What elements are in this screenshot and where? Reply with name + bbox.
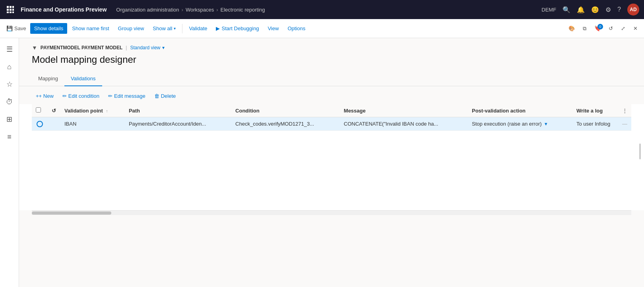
svg-rect-4: [10, 9, 12, 11]
save-button[interactable]: 💾 Save: [3, 23, 29, 34]
empty-area: [19, 131, 644, 210]
toolbar-separator: [182, 24, 182, 33]
validate-button[interactable]: Validate: [185, 23, 211, 34]
sidebar-item-list[interactable]: ≡: [2, 129, 17, 145]
radio-circle: [37, 121, 43, 127]
badge-icon[interactable]: 🔖 0: [591, 23, 604, 34]
search-icon[interactable]: 🔍: [563, 6, 570, 14]
sidebar-item-workspaces[interactable]: ⊞: [2, 111, 17, 127]
close-icon[interactable]: ✕: [630, 23, 641, 34]
breadcrumb: Organization administration › Workspaces…: [116, 7, 541, 13]
svg-rect-6: [7, 12, 9, 13]
plus-icon: +: [36, 93, 39, 99]
edit-msg-icon: ✏: [108, 93, 113, 99]
table-container: ↺ Validation point ↑ Path Condition: [19, 104, 644, 131]
env-label: DEMF: [541, 7, 556, 13]
delete-button[interactable]: 🗑 Delete: [150, 91, 180, 101]
palette-icon[interactable]: 🎨: [565, 23, 578, 34]
show-all-chevron: ▾: [174, 26, 176, 31]
delete-icon: 🗑: [154, 93, 159, 99]
vertical-resize-handle[interactable]: [639, 144, 641, 159]
scrollbar-thumb[interactable]: [32, 211, 111, 215]
cell-condition: Check_codes.verifyMOD1271_3...: [231, 117, 340, 131]
top-nav: Finance and Operations Preview Organizat…: [0, 0, 644, 19]
options-button[interactable]: Options: [283, 23, 309, 34]
th-validation-point[interactable]: Validation point ↑: [60, 104, 125, 117]
svg-rect-7: [10, 12, 12, 13]
svg-rect-2: [12, 6, 14, 8]
th-write-log[interactable]: Write a log ⋮: [572, 104, 631, 117]
top-nav-right: DEMF 🔍 🔔 😊 ⚙ ? AD: [541, 4, 639, 16]
th-post-validation[interactable]: Post-validation action: [468, 104, 572, 117]
show-details-button[interactable]: Show details: [30, 23, 68, 34]
view-select-arrow: ▾: [162, 45, 165, 50]
svg-rect-1: [10, 6, 12, 8]
cell-write-log: To user Infolog —: [572, 117, 631, 131]
show-name-first-button[interactable]: Show name first: [68, 23, 113, 34]
select-all-checkbox[interactable]: [36, 107, 41, 112]
row-more-icon[interactable]: —: [622, 121, 627, 127]
new-button[interactable]: + + New: [32, 91, 58, 101]
tabs: Mapping Validations: [19, 72, 644, 86]
save-icon: 💾: [6, 25, 13, 31]
toolbar-right: 🎨 ⧉ 🔖 0 ↺ ⤢ ✕: [565, 23, 641, 34]
th-message[interactable]: Message: [340, 104, 468, 117]
edit-message-button[interactable]: ✏ Edit message: [104, 91, 149, 101]
view-select[interactable]: Standard view ▾: [130, 45, 164, 50]
refresh-icon[interactable]: ↺: [605, 23, 616, 34]
pipe-separator: |: [126, 45, 127, 50]
panel-icon[interactable]: ⧉: [580, 23, 590, 34]
cell-empty: [48, 117, 60, 131]
sidebar-item-favorites[interactable]: ☆: [2, 76, 17, 92]
sidebar-item-home[interactable]: ⌂: [2, 59, 17, 75]
breadcrumb-workspaces[interactable]: Workspaces: [186, 7, 214, 13]
model-name: PAYMENTMODEL PAYMENT MODEL: [41, 45, 122, 50]
show-all-button[interactable]: Show all ▾: [149, 23, 180, 34]
reload-icon[interactable]: ↺: [52, 108, 56, 114]
help-icon[interactable]: ?: [617, 6, 621, 13]
group-view-button[interactable]: Group view: [114, 23, 148, 34]
page-header: ▼ PAYMENTMODEL PAYMENT MODEL | Standard …: [19, 38, 644, 65]
sort-icon: ↑: [106, 109, 108, 113]
start-debugging-button[interactable]: ▶ Start Debugging: [212, 23, 263, 34]
debug-icon: ▶: [216, 25, 220, 31]
svg-rect-3: [7, 9, 9, 11]
breadcrumb-sep1: ›: [182, 7, 183, 13]
svg-rect-5: [12, 9, 14, 11]
sidebar-item-recent[interactable]: ⏱: [2, 94, 17, 110]
notification-icon[interactable]: 🔔: [577, 6, 585, 14]
svg-rect-8: [12, 12, 14, 13]
main-layout: ☰ ⌂ ☆ ⏱ ⊞ ≡ ▼ PAYMENTMODEL PAYMENT MODEL…: [0, 38, 644, 287]
row-radio[interactable]: [32, 117, 48, 131]
breadcrumb-reporting[interactable]: Electronic reporting: [221, 7, 265, 13]
sidebar-item-menu[interactable]: ☰: [2, 41, 17, 57]
content-area: ▼ PAYMENTMODEL PAYMENT MODEL | Standard …: [19, 38, 644, 287]
more-options-icon[interactable]: ⋮: [622, 108, 627, 114]
post-action-arrow[interactable]: ▾: [545, 121, 547, 127]
sidebar: ☰ ⌂ ☆ ⏱ ⊞ ≡: [0, 38, 19, 287]
th-path[interactable]: Path: [125, 104, 231, 117]
horizontal-scrollbar[interactable]: [32, 210, 631, 215]
app-title: Finance and Operations Preview: [21, 6, 107, 13]
th-condition[interactable]: Condition: [231, 104, 340, 117]
th-reload: ↺: [48, 104, 60, 117]
breadcrumb-sep2: ›: [216, 7, 218, 13]
filter-icon[interactable]: ▼: [32, 45, 37, 51]
apps-icon[interactable]: [5, 4, 16, 15]
breadcrumb-org[interactable]: Organization administration: [116, 7, 179, 13]
tab-mapping[interactable]: Mapping: [32, 72, 64, 86]
avatar[interactable]: AD: [627, 4, 639, 16]
th-checkbox[interactable]: [32, 104, 48, 117]
emoji-icon[interactable]: 😊: [591, 6, 599, 14]
table-row[interactable]: IBAN Payments/CreditorAccount/Iden... Ch…: [32, 117, 631, 131]
cell-message: CONCATENATE("Invalid IBAN code ha...: [340, 117, 468, 131]
expand-icon[interactable]: ⤢: [618, 23, 628, 34]
tab-validations[interactable]: Validations: [64, 72, 102, 86]
page-breadcrumb: ▼ PAYMENTMODEL PAYMENT MODEL | Standard …: [32, 45, 631, 51]
edit-condition-button[interactable]: ✏ Edit condition: [58, 91, 103, 101]
view-button[interactable]: View: [264, 23, 283, 34]
settings-icon[interactable]: ⚙: [605, 6, 611, 14]
pencil-icon: ✏: [62, 93, 67, 99]
cell-post-validation: Stop execution (raise an error) ▾: [468, 117, 572, 131]
main-toolbar: 💾 Save Show details Show name first Grou…: [0, 19, 644, 38]
